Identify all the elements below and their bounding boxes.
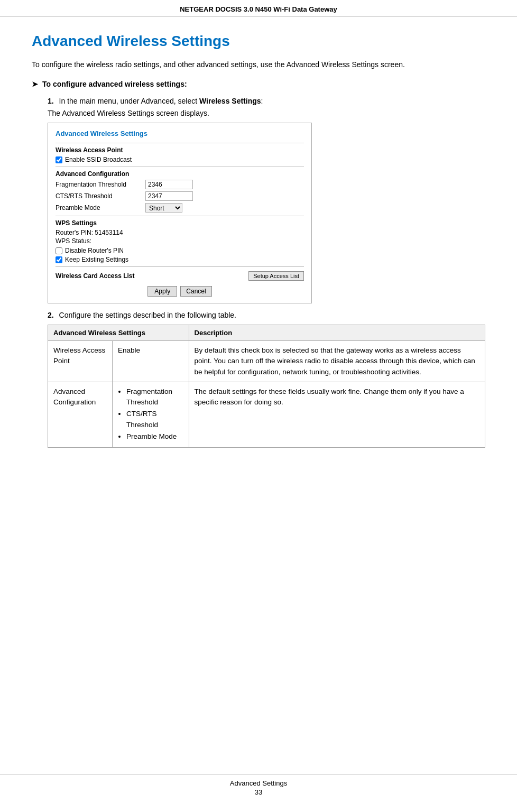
routers-pin-label: Router's PIN: — [56, 229, 93, 236]
preamble-select[interactable]: Short Long — [145, 203, 182, 213]
wps-section: WPS Settings Router's PIN: 51453114 WPS … — [56, 219, 304, 263]
apply-button[interactable]: Apply — [147, 286, 177, 297]
table-row1-sub: Enable — [112, 341, 189, 382]
cancel-button[interactable]: Cancel — [180, 286, 211, 297]
access-list-label: Wireless Card Access List — [56, 272, 135, 280]
main-content: Advanced Wireless Settings To configure … — [0, 17, 517, 487]
page-footer: Advanced Settings 33 — [0, 774, 517, 796]
table-row: Advanced Configuration Fragmentation Thr… — [48, 382, 485, 447]
settings-table: Advanced Wireless Settings Description W… — [48, 325, 485, 448]
routers-pin-row: Router's PIN: 51453114 — [56, 229, 304, 236]
table-row: Wireless Access Point Enable By default … — [48, 341, 485, 382]
wps-section-label: WPS Settings — [56, 219, 304, 227]
step-2: 2. Configure the settings described in t… — [48, 311, 485, 448]
table-row1-main: Wireless Access Point — [48, 341, 113, 382]
step-1-text: In the main menu, under Advanced, select… — [59, 97, 263, 105]
intro-text: To configure the wireless radio settings… — [32, 59, 485, 70]
table-header-row: Advanced Wireless Settings Description — [48, 325, 485, 341]
list-item: Fragmentation Threshold — [126, 386, 183, 408]
enable-ssid-checkbox[interactable] — [56, 156, 62, 163]
cts-rts-input[interactable] — [145, 191, 193, 201]
frag-threshold-label: Fragmentation Threshold — [56, 181, 145, 188]
preamble-row: Preamble Mode Short Long — [56, 203, 304, 213]
wps-status-label: WPS Status: — [56, 237, 91, 245]
enable-ssid-row: Enable SSID Broadcast — [56, 156, 304, 163]
step-1: 1. In the main menu, under Advanced, sel… — [48, 96, 485, 303]
step-1-sub: The Advanced Wireless Settings screen di… — [48, 109, 485, 117]
access-list-row: Wireless Card Access List Setup Access L… — [56, 271, 304, 281]
footer-page-number: 33 — [0, 788, 517, 796]
disable-pin-row: Disable Router's PIN — [56, 247, 304, 254]
table-col2-header: Description — [189, 325, 485, 341]
frag-threshold-input[interactable] — [145, 180, 193, 189]
screen-section1-label: Wireless Access Point — [56, 146, 304, 154]
list-item: CTS/RTS Threshold — [126, 409, 183, 430]
wps-status-row: WPS Status: — [56, 237, 304, 245]
table-row2-desc: The default settings for these fields us… — [189, 382, 485, 447]
table-col1-header: Advanced Wireless Settings — [48, 325, 189, 341]
table-row2-main: Advanced Configuration — [48, 382, 113, 447]
frag-threshold-row: Fragmentation Threshold — [56, 180, 304, 189]
steps-container: 1. In the main menu, under Advanced, sel… — [48, 96, 485, 448]
page-title: Advanced Wireless Settings — [32, 33, 485, 50]
disable-pin-checkbox[interactable] — [56, 247, 62, 254]
step-2-text: Configure the settings described in the … — [59, 311, 236, 319]
preamble-label: Preamble Mode — [56, 204, 145, 211]
cts-rts-label: CTS/RTS Threshold — [56, 192, 145, 200]
keep-settings-row: Keep Existing Settings — [56, 256, 304, 263]
page-header: NETGEAR DOCSIS 3.0 N450 Wi-Fi Data Gatew… — [0, 0, 517, 17]
procedure-heading: ➤ To configure advanced wireless setting… — [32, 80, 485, 88]
disable-pin-label: Disable Router's PIN — [65, 247, 124, 254]
keep-settings-label: Keep Existing Settings — [65, 256, 128, 263]
apply-cancel-row: Apply Cancel — [56, 286, 304, 297]
screen-mockup: Advanced Wireless Settings Wireless Acce… — [48, 123, 312, 303]
procedure-heading-text: To configure advanced wireless settings: — [42, 80, 187, 88]
header-title: NETGEAR DOCSIS 3.0 N450 Wi-Fi Data Gatew… — [180, 5, 337, 13]
cts-rts-row: CTS/RTS Threshold — [56, 191, 304, 201]
screen-section2-label: Advanced Configuration — [56, 170, 304, 178]
table-row1-desc: By default this check box is selected so… — [189, 341, 485, 382]
step-1-number: 1. — [48, 97, 54, 105]
table-row2-sub-list: Fragmentation Threshold CTS/RTS Threshol… — [126, 386, 183, 442]
footer-label: Advanced Settings — [0, 779, 517, 787]
enable-ssid-label: Enable SSID Broadcast — [65, 156, 132, 163]
setup-access-list-button[interactable]: Setup Access List — [248, 271, 304, 281]
list-item: Preamble Mode — [126, 431, 183, 442]
step-2-number: 2. — [48, 311, 54, 319]
routers-pin-value: 51453114 — [95, 229, 123, 236]
keep-settings-checkbox[interactable] — [56, 256, 62, 263]
table-row2-sub: Fragmentation Threshold CTS/RTS Threshol… — [112, 382, 189, 447]
step-1-sub-text: The Advanced Wireless Settings screen di… — [48, 109, 209, 117]
arrow-icon: ➤ — [32, 80, 38, 88]
screen-title: Advanced Wireless Settings — [56, 130, 304, 137]
